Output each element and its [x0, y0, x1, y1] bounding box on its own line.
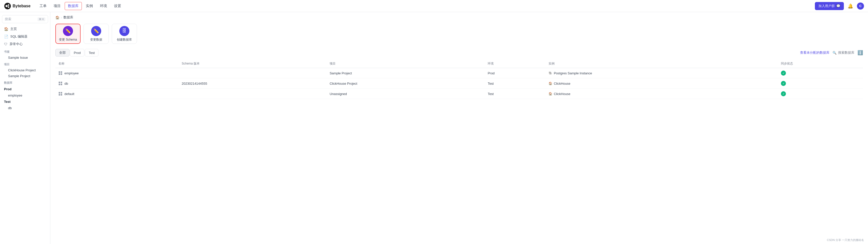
cell-env: Test	[485, 78, 546, 89]
card-change-data-label: 变更数据	[90, 37, 102, 42]
anomaly-icon: 🛡	[4, 42, 7, 46]
cell-name: db	[55, 78, 179, 89]
sidebar-item-anomaly[interactable]: 🛡 异常中心	[0, 40, 50, 48]
table-row[interactable]: db 20230214144555 ClickHouse Project Tes…	[55, 78, 863, 89]
help-icon[interactable]: ℹ️	[858, 50, 863, 55]
search-database-placeholder: 搜索数据库	[838, 50, 855, 55]
sql-editor-icon: 📄	[4, 34, 8, 38]
chat-icon: 💬	[836, 4, 840, 8]
col-project: 项目	[327, 59, 485, 68]
nav-item-workorder[interactable]: 工单	[36, 2, 50, 10]
table-header: 名称 Schema 版本 项目 环境 实例 同步状态	[55, 59, 863, 68]
cell-schema-version	[179, 89, 327, 99]
breadcrumb-current: 数据库	[63, 15, 73, 20]
filter-tab-all[interactable]: 全部	[55, 49, 69, 56]
sidebar-item-db[interactable]: db	[0, 105, 50, 111]
projects-section: 项目	[0, 60, 50, 67]
sidebar-item-clickhouse-project[interactable]: ClickHouse Project	[0, 67, 50, 73]
card-create-database[interactable]: 🗄 创建数据库	[112, 24, 137, 44]
cell-schema-version: 20230214144555	[179, 78, 327, 89]
cell-instance: 🏠 ClickHouse	[546, 78, 778, 89]
db-grid-icon	[58, 92, 62, 96]
nav-item-project[interactable]: 项目	[51, 2, 64, 10]
nav-item-instance[interactable]: 实例	[83, 2, 96, 10]
cell-project: ClickHouse Project	[327, 78, 485, 89]
svg-rect-9	[61, 82, 62, 83]
breadcrumb-home-icon[interactable]: 🏠	[55, 16, 59, 20]
sidebar-item-sample-issue[interactable]: Sample Issue	[0, 55, 50, 60]
table: 名称 Schema 版本 项目 环境 实例 同步状态	[55, 59, 863, 99]
search-label: 搜索	[5, 17, 11, 21]
filter-right: 查看未分配的数据库 🔍 搜索数据库 ℹ️	[800, 50, 863, 55]
sidebar-label-anomaly: 异常中心	[9, 42, 23, 46]
sidebar: 搜索 ⌘ K 🏠 主页 📄 SQL 编辑器 🛡 异常中心 书签 Sample I…	[0, 12, 50, 244]
change-schema-icon: ✏️	[63, 26, 73, 36]
svg-point-3	[8, 6, 9, 8]
filter-row: 全部 Prod Test 查看未分配的数据库 🔍 搜索数据库 ℹ️	[50, 48, 868, 59]
svg-point-1	[5, 5, 7, 7]
card-change-data[interactable]: ✏️ 变更数据	[84, 24, 109, 44]
svg-rect-5	[61, 71, 62, 73]
sidebar-prod-label: Prod	[0, 86, 50, 92]
svg-rect-11	[61, 84, 62, 85]
svg-point-2	[8, 4, 9, 6]
cell-env: Test	[485, 89, 546, 99]
table-row[interactable]: employee Sample Project Prod 🐘 Postgres …	[55, 68, 863, 78]
cell-env: Prod	[485, 68, 546, 78]
cell-project: Sample Project	[327, 68, 485, 78]
nav-item-database[interactable]: 数据库	[65, 2, 82, 10]
main-content: 🏠 › 数据库 ✏️ 变更 Schema ✏️ 变更数据 🗄 创建数据库 全部 …	[50, 12, 868, 244]
home-icon: 🏠	[4, 27, 8, 31]
svg-rect-4	[59, 71, 60, 73]
cell-schema-version	[179, 68, 327, 78]
col-env: 环境	[485, 59, 546, 68]
svg-rect-14	[59, 94, 60, 96]
filter-tab-test[interactable]: Test	[85, 49, 98, 56]
nav-item-settings[interactable]: 设置	[111, 2, 124, 10]
table-row[interactable]: default Unassigned Test 🏠 ClickHouse ✓	[55, 89, 863, 99]
filter-tab-prod[interactable]: Prod	[70, 49, 84, 56]
col-instance: 实例	[546, 59, 778, 68]
sidebar-label-home: 主页	[10, 27, 17, 31]
search-box[interactable]: 搜索 ⌘ K	[2, 15, 48, 23]
col-schema-version: Schema 版本	[179, 59, 327, 68]
breadcrumb-sep: ›	[61, 16, 62, 20]
unassigned-link[interactable]: 查看未分配的数据库	[800, 50, 830, 55]
filter-tabs: 全部 Prod Test	[55, 49, 98, 56]
layout: 搜索 ⌘ K 🏠 主页 📄 SQL 编辑器 🛡 异常中心 书签 Sample I…	[0, 12, 868, 244]
nav-item-env[interactable]: 环境	[97, 2, 110, 10]
sidebar-item-sql-editor[interactable]: 📄 SQL 编辑器	[0, 33, 50, 40]
cell-project: Unassigned	[327, 89, 485, 99]
sync-status-badge: ✓	[781, 71, 786, 76]
svg-rect-8	[59, 82, 60, 83]
cell-sync-status: ✓	[778, 78, 863, 89]
create-database-icon: 🗄	[119, 26, 129, 36]
sidebar-label-sql-editor: SQL 编辑器	[10, 34, 27, 39]
footer-text: CSDN 分享 一只努力的搬砖名	[827, 239, 864, 242]
sidebar-item-sample-project[interactable]: Sample Project	[0, 73, 50, 79]
svg-rect-13	[61, 92, 62, 93]
change-data-icon: ✏️	[91, 26, 101, 36]
db-grid-icon	[58, 71, 62, 75]
join-community-button[interactable]: 加入用户群 💬	[815, 2, 844, 10]
sidebar-item-employee[interactable]: employee	[0, 92, 50, 98]
svg-rect-7	[61, 73, 62, 75]
breadcrumb: 🏠 › 数据库	[50, 12, 868, 22]
sync-status-badge: ✓	[781, 81, 786, 86]
card-change-schema[interactable]: ✏️ 变更 Schema	[55, 24, 81, 44]
sync-status-badge: ✓	[781, 91, 786, 96]
svg-rect-6	[59, 73, 60, 75]
sidebar-item-home[interactable]: 🏠 主页	[0, 25, 50, 33]
avatar[interactable]: C	[857, 2, 864, 9]
svg-rect-10	[59, 84, 60, 85]
search-database-input[interactable]: 🔍 搜索数据库	[833, 50, 855, 55]
logo[interactable]: Bytebase	[4, 2, 30, 9]
table-body: employee Sample Project Prod 🐘 Postgres …	[55, 68, 863, 99]
databases-section: 数据库	[0, 79, 50, 86]
action-cards: ✏️ 变更 Schema ✏️ 变更数据 🗄 创建数据库	[50, 22, 868, 48]
notification-bell-icon[interactable]: 🔔	[847, 2, 854, 9]
cell-sync-status: ✓	[778, 68, 863, 78]
svg-rect-12	[59, 92, 60, 93]
footer: CSDN 分享 一只努力的搬砖名	[827, 238, 864, 242]
cell-name: employee	[55, 68, 179, 78]
